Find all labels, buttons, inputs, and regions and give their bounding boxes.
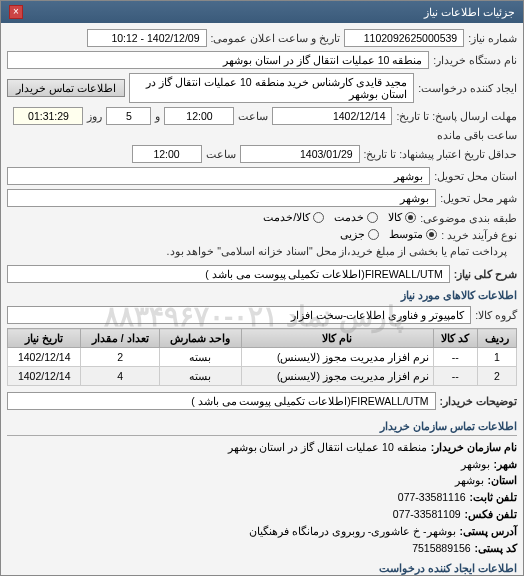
dastgah-label: نام دستگاه خریدار: xyxy=(433,54,517,66)
cell-name: نرم افزار مدیریت مجوز (لایسنس) xyxy=(242,348,434,367)
radio-kala-khedmat[interactable] xyxy=(313,212,324,223)
radio-motavaset[interactable] xyxy=(426,229,437,240)
etebar-tarikh-field: 1403/01/29 xyxy=(240,145,360,163)
dastgah-field: منطقه 10 عملیات انتقال گاز در استان بوشه… xyxy=(7,51,429,69)
mohlat-label: مهلت ارسال پاسخ: تا تاریخ: xyxy=(396,110,517,122)
contact-header: اطلاعات تماس سازمان خریدار xyxy=(7,418,517,436)
tabaghe-label: طبقه بندی موضوعی: xyxy=(420,212,517,224)
sharh-field: FIREWALL/UTM(اطلاعات تکمیلی پیوست می باش… xyxy=(7,265,450,283)
ijad-konande-label: ایجاد کننده درخواست: xyxy=(418,82,517,94)
cell-unit: بسته xyxy=(159,367,241,386)
ijad-konande-field: مجید قایدی کارشناس خرید منطقه 10 عملیات … xyxy=(129,73,414,103)
cell-unit: بسته xyxy=(159,348,241,367)
th-qty: تعداد / مقدار xyxy=(81,329,159,348)
items-table: ردیف کد کالا نام کالا واحد شمارش تعداد /… xyxy=(7,328,517,386)
radio-kala-khedmat-label: کالا/خدمت xyxy=(263,211,310,224)
radio-jozi[interactable] xyxy=(368,229,379,240)
shomare-niaz-field: 1102092625000539 xyxy=(344,29,464,47)
ostan-tahvil-label: استان محل تحویل: xyxy=(434,170,517,182)
noe-farayand-label: نوع فرآیند خرید : xyxy=(441,229,517,241)
cell-radif: 1 xyxy=(477,348,516,367)
th-date: تاریخ نیاز xyxy=(8,329,81,348)
tozihat-label: توضیحات خریدار: xyxy=(440,395,517,407)
tarikh-elan-field: 1402/12/09 - 10:12 xyxy=(87,29,207,47)
shahr-tahvil-field: بوشهر xyxy=(7,189,436,207)
cell-code: -- xyxy=(433,348,477,367)
radio-kala[interactable] xyxy=(405,212,416,223)
radio-motavaset-label: متوسط xyxy=(389,228,423,241)
ostan-tahvil-field: بوشهر xyxy=(7,167,430,185)
cell-date: 1402/12/14 xyxy=(8,367,81,386)
table-row: 1 -- نرم افزار مدیریت مجوز (لایسنس) بسته… xyxy=(8,348,517,367)
contact-info-button[interactable]: اطلاعات تماس خریدار xyxy=(7,79,125,97)
tel-k: تلفن ثابت: xyxy=(470,489,517,506)
saat-label-1: ساعت xyxy=(238,110,268,122)
tabaghe-radio-group: کالا خدمت کالا/خدمت xyxy=(263,211,416,224)
shomare-niaz-label: شماره نیاز: xyxy=(468,32,517,44)
ostan-v: بوشهر xyxy=(455,472,484,489)
sazman-k: نام سازمان خریدار: xyxy=(431,439,517,456)
sharh-label: شرح کلی نیاز: xyxy=(454,268,517,280)
addr-k: آدرس پستی: xyxy=(460,523,517,540)
etebar-saat-field: 12:00 xyxy=(132,145,202,163)
content-area: شماره نیاز: 1102092625000539 تاریخ و ساع… xyxy=(1,23,523,575)
fax-k: تلفن فکس: xyxy=(465,506,517,523)
radio-jozi-label: جزیی xyxy=(340,228,365,241)
creator-header: اطلاعات ایجاد کننده درخواست xyxy=(7,560,517,575)
table-header-row: ردیف کد کالا نام کالا واحد شمارش تعداد /… xyxy=(8,329,517,348)
th-radif: ردیف xyxy=(477,329,516,348)
cell-qty: 2 xyxy=(81,348,159,367)
tarikh-elan-label: تاریخ و ساعت اعلان عمومی: xyxy=(211,32,341,44)
shahr-k: شهر: xyxy=(494,456,518,473)
mohlat-tarikh-field: 1402/12/14 xyxy=(272,107,392,125)
detail-window: جزئیات اطلاعات نیاز × شماره نیاز: 110209… xyxy=(0,0,524,576)
addr-v: بوشهر- خ عاشوری- روبروی درمانگاه فرهنگیا… xyxy=(249,523,456,540)
th-code: کد کالا xyxy=(433,329,477,348)
sazman-v: منطقه 10 عملیات انتقال گاز در استان بوشه… xyxy=(228,439,427,456)
noe-radio-group: متوسط جزیی xyxy=(340,228,437,241)
fax-v: 077-33581109 xyxy=(393,506,461,523)
va-label: و xyxy=(155,110,160,122)
th-name: نام کالا xyxy=(242,329,434,348)
cell-qty: 4 xyxy=(81,367,159,386)
th-unit: واحد شمارش xyxy=(159,329,241,348)
contact-section: اطلاعات تماس سازمان خریدار نام سازمان خر… xyxy=(7,418,517,575)
gorooh-field: کامپیوتر و فناوری اطلاعات-سخت افزار xyxy=(7,306,471,324)
radio-khedmat-label: خدمت xyxy=(334,211,364,224)
radio-kala-label: کالا xyxy=(388,211,402,224)
payment-note: پرداخت تمام یا بخشی از مبلغ خرید،از محل … xyxy=(167,245,507,257)
titlebar: جزئیات اطلاعات نیاز × xyxy=(1,1,523,23)
baghi-label: ساعت باقی مانده xyxy=(437,129,517,141)
kala-section-title: اطلاعات کالاهای مورد نیاز xyxy=(7,289,517,302)
window-title: جزئیات اطلاعات نیاز xyxy=(424,6,515,19)
ostan-k: استان: xyxy=(488,472,518,489)
shahr-tahvil-label: شهر محل تحویل: xyxy=(440,192,517,204)
post-v: 7515889156 xyxy=(412,540,470,557)
close-icon[interactable]: × xyxy=(9,5,23,19)
gorooh-label: گروه کالا: xyxy=(475,309,517,321)
post-k: کد پستی: xyxy=(475,540,517,557)
radio-khedmat[interactable] xyxy=(367,212,378,223)
etebar-label: حداقل تاریخ اعتبار پیشنهاد: تا تاریخ: xyxy=(364,148,517,160)
rooz-label: روز xyxy=(87,110,102,122)
shahr-v: بوشهر xyxy=(461,456,490,473)
tozihat-field: FIREWALL/UTM(اطلاعات تکمیلی پیوست می باش… xyxy=(7,392,436,410)
cell-date: 1402/12/14 xyxy=(8,348,81,367)
mohlat-rooz-field: 5 xyxy=(106,107,151,125)
table-row: 2 -- نرم افزار مدیریت مجوز (لایسنس) بسته… xyxy=(8,367,517,386)
mohlat-saat-field: 12:00 xyxy=(164,107,234,125)
tel-v: 077-33581116 xyxy=(398,489,466,506)
saat-label-2: ساعت xyxy=(206,148,236,160)
cell-code: -- xyxy=(433,367,477,386)
remaining-time-field: 01:31:29 xyxy=(13,107,83,125)
cell-radif: 2 xyxy=(477,367,516,386)
cell-name: نرم افزار مدیریت مجوز (لایسنس) xyxy=(242,367,434,386)
